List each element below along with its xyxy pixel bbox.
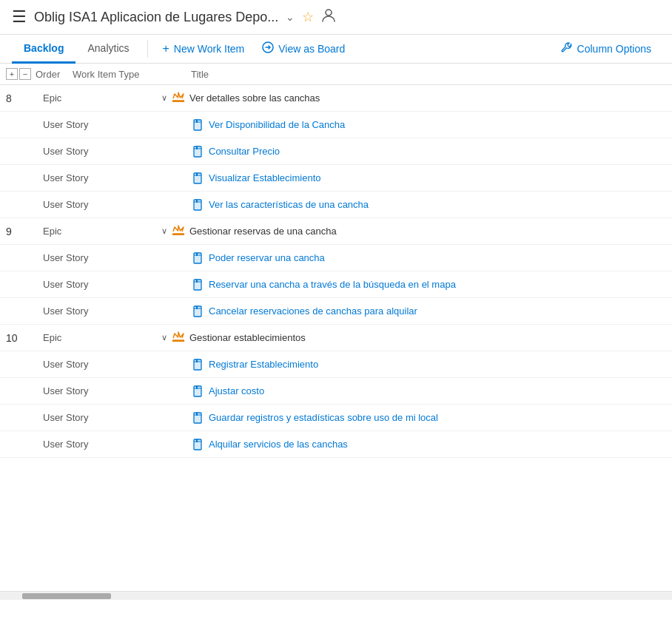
book-icon <box>192 279 204 291</box>
person-icon[interactable] <box>321 8 336 27</box>
collapse-all-button[interactable]: − <box>19 68 31 80</box>
row-title[interactable]: Visualizar Establecimiento <box>161 172 672 184</box>
top-header: ☰ Oblig ISA1 Aplicacion de Lugares Depo.… <box>0 0 672 35</box>
row-type: User Story <box>43 252 161 263</box>
scroll-thumb[interactable] <box>22 593 111 599</box>
row-title[interactable]: Ajustar costo <box>161 385 672 397</box>
tab-analytics[interactable]: Analytics <box>75 35 141 64</box>
svg-point-0 <box>326 10 332 16</box>
table-row[interactable]: User Story Consultar Precio <box>0 138 672 165</box>
new-work-item-label: New Work Item <box>174 43 244 55</box>
new-work-item-button[interactable]: + New Work Item <box>154 36 254 61</box>
table-row[interactable]: User Story Poder reservar una cancha <box>0 245 672 271</box>
story-title-text: Consultar Precio <box>209 146 280 157</box>
table-row[interactable]: User Story Ver las características de un… <box>0 192 672 218</box>
row-type: User Story <box>43 172 161 183</box>
nav-divider <box>147 40 148 58</box>
row-type: User Story <box>43 119 161 130</box>
row-title[interactable]: Cancelar reservaciones de canchas para a… <box>161 305 672 317</box>
horizontal-scrollbar[interactable] <box>0 591 672 600</box>
table-row[interactable]: User Story Ver Disponibilidad de la Canc… <box>0 112 672 138</box>
row-type: User Story <box>43 439 161 450</box>
chevron-icon[interactable]: ⌄ <box>286 11 295 23</box>
book-icon <box>192 199 204 211</box>
row-title[interactable]: Consultar Precio <box>161 146 672 158</box>
row-title[interactable]: Poder reservar una cancha <box>161 252 672 264</box>
expand-chevron-icon[interactable]: ∨ <box>161 333 167 342</box>
view-as-board-label: View as Board <box>278 43 345 55</box>
row-title[interactable]: ∨ Ver detalles sobre las canchas <box>161 91 672 106</box>
svg-rect-26 <box>196 252 198 254</box>
project-title: Oblig ISA1 Aplicacion de Lugares Depo... <box>34 10 278 25</box>
row-type: User Story <box>43 146 161 157</box>
table-rows: 8Epic∨ Ver detalles sobre las canchasUse… <box>0 85 672 591</box>
svg-rect-46 <box>196 385 198 387</box>
row-title[interactable]: ∨ Gestionar establecimientos <box>161 331 672 345</box>
table-row[interactable]: User Story Ajustar costo <box>0 378 672 405</box>
table-row[interactable]: User Story Visualizar Establecimiento <box>0 165 672 192</box>
book-icon <box>192 252 204 264</box>
crown-icon <box>172 331 185 345</box>
svg-rect-51 <box>196 412 198 413</box>
book-icon <box>192 439 204 450</box>
row-type: Epic <box>43 332 161 343</box>
row-type: Epic <box>43 226 161 237</box>
tab-backlog[interactable]: Backlog <box>12 35 75 64</box>
table-row[interactable]: User Story Registrar Establecimiento <box>0 351 672 378</box>
svg-rect-16 <box>196 172 198 174</box>
expand-all-button[interactable]: + <box>6 68 18 80</box>
row-title[interactable]: ∨ Gestionar reservas de una cancha <box>161 224 672 239</box>
row-order: 8 <box>6 92 43 104</box>
svg-rect-36 <box>196 305 198 307</box>
book-icon <box>192 305 204 317</box>
column-options-button[interactable]: Column Options <box>552 36 660 62</box>
row-title[interactable]: Ver Disponibilidad de la Cancha <box>161 119 672 131</box>
row-type: User Story <box>43 359 161 370</box>
order-column-header: Order <box>36 69 73 80</box>
story-title-text: Registrar Establecimiento <box>209 359 318 370</box>
row-type: User Story <box>43 199 161 210</box>
table-area: + − Order Work Item Type Title 8Epic∨ Ve… <box>0 64 672 600</box>
table-row[interactable]: User Story Guardar registros y estadísti… <box>0 405 672 431</box>
row-type: User Story <box>43 279 161 290</box>
row-title[interactable]: Ver las características de una cancha <box>161 199 672 211</box>
crown-icon <box>172 224 185 239</box>
book-icon <box>192 146 204 158</box>
book-icon <box>192 119 204 131</box>
table-row[interactable]: User Story Cancelar reservaciones de can… <box>0 298 672 325</box>
svg-rect-11 <box>196 146 198 147</box>
svg-rect-21 <box>196 199 198 200</box>
row-title[interactable]: Guardar registros y estadísticas sobre u… <box>161 412 672 424</box>
row-title[interactable]: Alquilar servicios de las canchas <box>161 439 672 450</box>
story-title-text: Ajustar costo <box>209 385 264 396</box>
story-title-text: Cancelar reservaciones de canchas para a… <box>209 305 417 317</box>
wrench-icon <box>561 41 573 56</box>
svg-rect-6 <box>196 119 198 121</box>
story-title-text: Reservar una cancha a través de la búsqu… <box>209 279 456 290</box>
grid-icon: ☰ <box>12 7 27 27</box>
row-type: User Story <box>43 305 161 317</box>
row-title[interactable]: Registrar Establecimiento <box>161 359 672 371</box>
table-row[interactable]: 10Epic∨ Gestionar establecimientos <box>0 325 672 351</box>
story-title-text: Ver las características de una cancha <box>209 199 369 210</box>
row-type: Epic <box>43 92 161 104</box>
column-options-label: Column Options <box>577 43 651 55</box>
table-row[interactable]: User Story Reservar una cancha a través … <box>0 271 672 298</box>
expand-chevron-icon[interactable]: ∨ <box>161 226 167 236</box>
view-as-board-button[interactable]: View as Board <box>253 36 354 62</box>
row-title[interactable]: Reservar una cancha a través de la búsqu… <box>161 279 672 291</box>
star-icon[interactable]: ☆ <box>302 9 314 25</box>
story-title-text: Guardar registros y estadísticas sobre u… <box>209 412 438 423</box>
table-row[interactable]: User Story Alquilar servicios de las can… <box>0 431 672 458</box>
book-icon <box>192 172 204 184</box>
row-order: 10 <box>6 332 43 344</box>
table-row[interactable]: 8Epic∨ Ver detalles sobre las canchas <box>0 85 672 112</box>
type-column-header: Work Item Type <box>73 69 191 80</box>
epic-title-text: Gestionar reservas de una cancha <box>189 226 337 237</box>
row-type: User Story <box>43 385 161 396</box>
table-row[interactable]: 9Epic∨ Gestionar reservas de una cancha <box>0 218 672 245</box>
svg-rect-56 <box>196 439 198 440</box>
epic-title-text: Gestionar establecimientos <box>189 332 306 343</box>
expand-chevron-icon[interactable]: ∨ <box>161 93 167 103</box>
story-title-text: Visualizar Establecimiento <box>209 172 321 183</box>
